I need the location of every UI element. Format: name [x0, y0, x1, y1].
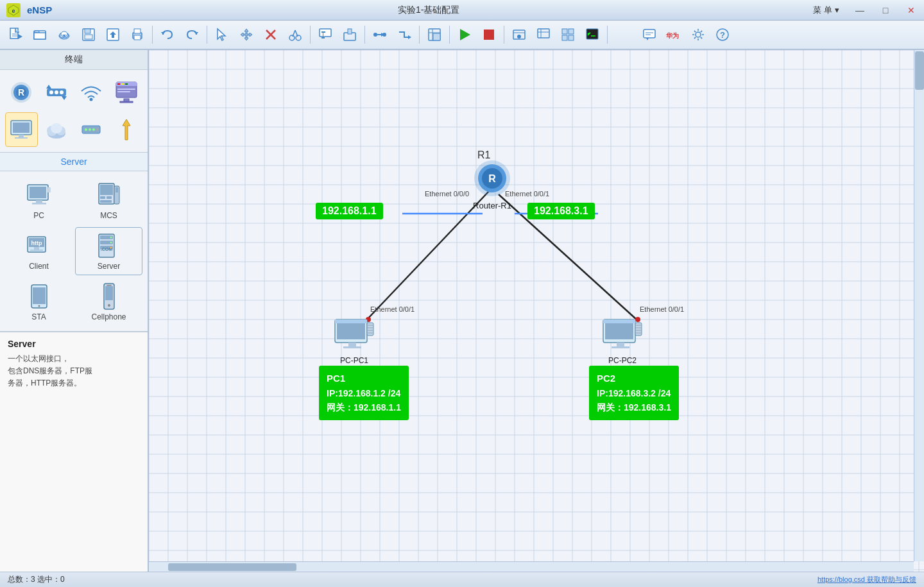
cloud-save-button[interactable] — [53, 23, 76, 46]
terminal-button[interactable] — [581, 23, 604, 46]
settings-button[interactable] — [532, 23, 555, 46]
huawei-logo-button[interactable]: 华为 — [662, 23, 685, 46]
vertical-scrollbar[interactable] — [914, 50, 924, 561]
shape-tool-button[interactable] — [338, 23, 361, 46]
vscroll-thumb[interactable] — [915, 51, 924, 90]
info-text: 一个以太网接口，包含DNS服务器，FTP服务器，HTTP服务器。 — [8, 353, 140, 390]
pc2-node[interactable]: PC-PC2 — [600, 316, 645, 365]
redo-button[interactable] — [180, 23, 203, 46]
svg-text:?: ? — [720, 30, 725, 40]
pc2-icon — [600, 316, 645, 355]
svg-rect-44 — [433, 33, 440, 40]
sidebar-item-router[interactable]: R — [5, 75, 38, 110]
svg-point-131 — [38, 305, 40, 307]
close-button[interactable]: ✕ — [898, 0, 924, 21]
svg-rect-158 — [603, 319, 635, 323]
sidebar-item-hub[interactable] — [75, 112, 108, 147]
sidebar-server-label: Server — [0, 153, 148, 171]
undo-button[interactable] — [156, 23, 179, 46]
sidebar-item-pc[interactable]: PC — [5, 176, 73, 225]
router-name-label: Router-R1 — [473, 201, 511, 210]
svg-rect-15 — [85, 35, 92, 39]
move-tool-button[interactable] — [235, 23, 258, 46]
svg-rect-135 — [107, 285, 112, 286]
svg-text:http: http — [31, 240, 42, 246]
svg-point-72 — [49, 90, 53, 94]
chat-button[interactable] — [638, 23, 661, 46]
canvas-area[interactable]: R1 R Router-R1 192.168.1.1 192.168.3.1 E… — [149, 50, 924, 572]
config2-button[interactable] — [687, 23, 710, 46]
grid-button[interactable] — [556, 23, 579, 46]
svg-point-64 — [696, 32, 701, 37]
cut-tool-button[interactable] — [284, 23, 307, 46]
svg-rect-90 — [15, 137, 28, 139]
new-button[interactable] — [4, 23, 27, 46]
svg-rect-150 — [343, 346, 361, 348]
svg-point-28 — [296, 35, 301, 40]
pc1-node[interactable]: PC-PC1 — [332, 316, 377, 365]
sidebar-info-panel: Server 一个以太网接口，包含DNS服务器，FTP服务器，HTTP服务器。 — [0, 332, 148, 572]
help-link[interactable]: https://blog.csd 获取帮助与反馈 — [817, 575, 916, 584]
save-button[interactable] — [77, 23, 100, 46]
sidebar-item-cellphone[interactable]: Cellphone — [75, 278, 142, 326]
svg-rect-53 — [562, 29, 567, 34]
zoom-fit-button[interactable] — [423, 23, 446, 46]
sta-label: STA — [31, 312, 46, 321]
minimize-button[interactable]: — — [847, 0, 873, 21]
svg-point-98 — [92, 128, 95, 131]
svg-rect-59 — [644, 30, 655, 38]
svg-point-96 — [85, 128, 87, 131]
svg-rect-148 — [335, 319, 367, 323]
sidebar-item-switch[interactable] — [40, 75, 73, 110]
sidebar-item-power[interactable] — [110, 112, 143, 147]
import-button[interactable] — [101, 23, 124, 46]
sidebar-item-pc-selected[interactable] — [5, 112, 38, 147]
text-tool-button[interactable] — [314, 23, 337, 46]
svg-rect-46 — [484, 30, 494, 40]
start-button[interactable] — [453, 23, 476, 46]
svg-point-99 — [96, 128, 99, 131]
svg-rect-85 — [124, 99, 129, 101]
svg-rect-55 — [562, 35, 567, 40]
router-r1-node[interactable]: R Router-R1 — [470, 159, 515, 210]
maximize-button[interactable]: □ — [873, 0, 898, 21]
svg-point-74 — [60, 90, 64, 94]
svg-marker-23 — [218, 29, 225, 40]
capture-button[interactable] — [508, 23, 531, 46]
info-title: Server — [8, 339, 140, 349]
pc1-ip: IP:192.168.1.2 /24 — [327, 386, 401, 400]
stop-button[interactable] — [477, 23, 501, 46]
svg-point-97 — [89, 128, 91, 131]
pc2-icon — [25, 181, 53, 209]
cellphone-label: Cellphone — [91, 312, 126, 321]
hscroll-thumb[interactable] — [168, 563, 296, 571]
svg-point-128 — [110, 247, 112, 249]
print-button[interactable] — [126, 23, 149, 46]
sidebar-item-network[interactable] — [110, 75, 143, 110]
svg-rect-50 — [538, 29, 549, 38]
sidebar-item-cloud[interactable] — [40, 112, 73, 147]
connect-tool-button[interactable] — [368, 23, 391, 46]
svg-rect-119 — [34, 247, 39, 250]
menu-button[interactable]: 菜 单 ▾ — [805, 0, 847, 21]
open-button[interactable] — [28, 23, 51, 46]
delete-tool-button[interactable] — [259, 23, 282, 46]
pc1-port-label: Ethernet 0/0/1 — [370, 305, 415, 313]
svg-rect-120 — [30, 250, 43, 251]
svg-rect-83 — [117, 89, 135, 90]
connect2-tool-button[interactable] — [393, 23, 416, 46]
pc-sidebar-icon — [7, 115, 35, 144]
sidebar-item-server[interactable]: .COM Server — [75, 227, 142, 275]
sidebar-item-wireless[interactable] — [75, 75, 108, 110]
svg-rect-104 — [32, 203, 46, 205]
power-icon — [112, 115, 141, 144]
select-tool-button[interactable] — [210, 23, 234, 46]
svg-rect-110 — [100, 185, 113, 195]
sidebar-item-sta[interactable]: STA — [5, 278, 73, 326]
sidebar-item-client[interactable]: http Client — [5, 227, 73, 275]
svg-rect-86 — [120, 101, 133, 103]
horizontal-scrollbar[interactable] — [149, 561, 914, 572]
sidebar-item-mcs[interactable]: MCS — [75, 176, 142, 225]
svg-rect-54 — [569, 29, 574, 34]
help-button[interactable]: ? — [711, 23, 734, 46]
